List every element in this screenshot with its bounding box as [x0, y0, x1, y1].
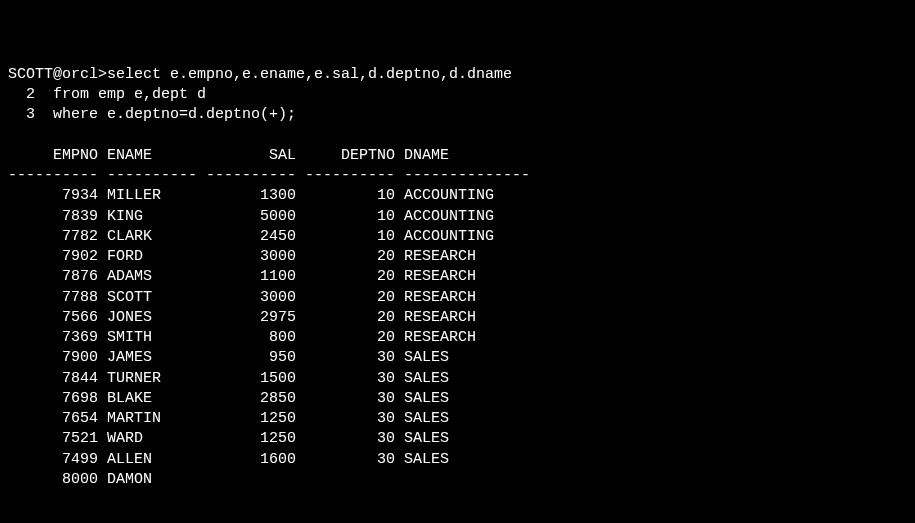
sql-prompt: SCOTT@orcl>: [8, 66, 107, 83]
sql-line-3: where e.deptno=d.deptno(+);: [53, 106, 296, 123]
table-header: EMPNO ENAME SAL DEPTNO DNAME: [8, 147, 449, 164]
sql-line-2: from emp e,dept d: [53, 86, 206, 103]
line-number-3: 3: [8, 106, 53, 123]
table-separator: ---------- ---------- ---------- -------…: [8, 167, 530, 184]
table-body: 7934 MILLER 1300 10 ACCOUNTING 7839 KING…: [8, 186, 907, 490]
line-number-2: 2: [8, 86, 53, 103]
sql-line-1: select e.empno,e.ename,e.sal,d.deptno,d.…: [107, 66, 512, 83]
